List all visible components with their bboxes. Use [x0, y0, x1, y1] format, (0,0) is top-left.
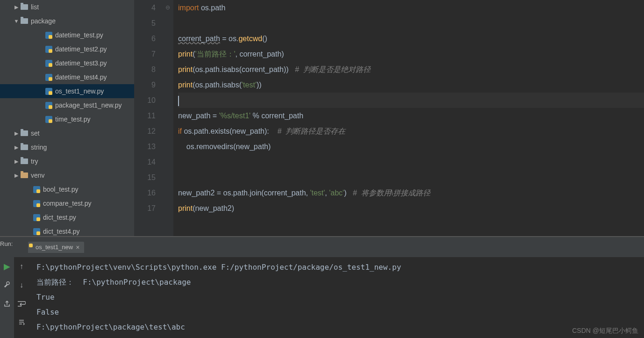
python-file-icon — [32, 228, 41, 235]
tree-item-label: venv — [31, 172, 45, 179]
code-editor[interactable]: 4567891011121314151617 ⊖ import os.path … — [134, 0, 644, 236]
folder-icon — [20, 173, 29, 178]
chevron-icon[interactable]: ▶ — [13, 144, 20, 151]
python-file-icon — [44, 60, 53, 67]
line-number: 12 — [134, 123, 156, 139]
line-number: 7 — [134, 46, 156, 62]
tree-item-label: list — [31, 3, 39, 11]
run-console: ▶ ↑ ↓ F:\pythonProject\venv\Scripts\pyth… — [0, 257, 644, 338]
folder-icon — [20, 130, 29, 136]
rerun-icon[interactable]: ▶ — [2, 262, 12, 271]
tree-folder-string[interactable]: ▶string — [0, 140, 134, 154]
tree-file[interactable]: datetime_test.py — [0, 28, 134, 42]
chevron-icon[interactable]: ▶ — [13, 158, 20, 165]
line-number: 17 — [134, 201, 156, 216]
wrench-icon[interactable] — [2, 280, 12, 290]
folder-icon — [20, 158, 29, 164]
line-number: 16 — [134, 185, 156, 201]
python-file-icon — [32, 186, 41, 193]
run-tab[interactable]: os_test1_new × — [28, 242, 84, 253]
tree-item-label: string — [31, 144, 47, 151]
folder-icon — [20, 144, 29, 150]
line-number: 9 — [134, 77, 156, 93]
tree-item-label: datetime_test3.py — [55, 59, 107, 67]
line-number: 6 — [134, 31, 156, 46]
tree-item-label: time_test.py — [55, 115, 90, 123]
tree-file[interactable]: datetime_test3.py — [0, 56, 134, 70]
line-number: 11 — [134, 108, 156, 123]
close-icon[interactable]: × — [76, 244, 79, 251]
python-file-icon — [44, 102, 53, 109]
line-number: 5 — [134, 15, 156, 31]
run-toolbar-left: ▶ — [0, 257, 14, 338]
tree-item-label: os_test1_new.py — [55, 87, 104, 95]
tree-file[interactable]: datetime_test4.py — [0, 70, 134, 84]
chevron-icon[interactable]: ▼ — [13, 18, 20, 24]
tree-item-label: set — [31, 129, 40, 137]
tree-folder-list[interactable]: ▶list — [0, 0, 134, 14]
line-number: 13 — [134, 139, 156, 154]
tree-file[interactable]: os_test1_new.py — [0, 84, 134, 98]
tree-file[interactable]: time_test.py — [0, 112, 134, 126]
run-tab-label: os_test1_new — [36, 244, 73, 251]
python-file-icon — [44, 88, 53, 95]
tree-item-label: datetime_test2.py — [55, 45, 107, 53]
python-file-icon — [44, 116, 53, 123]
keyword: import — [178, 4, 199, 12]
tree-item-label: datetime_test.py — [55, 31, 103, 39]
identifier: corrent_path — [178, 35, 220, 43]
line-number: 8 — [134, 62, 156, 77]
tree-folder-set[interactable]: ▶set — [0, 126, 134, 140]
tree-item-label: package — [31, 17, 56, 25]
line-number: 4 — [134, 0, 156, 15]
line-number: 14 — [134, 154, 156, 170]
chevron-icon[interactable]: ▶ — [13, 173, 20, 179]
tree-folder-venv[interactable]: ▶venv — [0, 168, 134, 182]
code-area[interactable]: import os.path corrent_path = os.getcwd(… — [173, 0, 644, 236]
tree-item-label: datetime_test4.py — [55, 73, 107, 81]
run-tool-bar: os_test1_new × — [0, 236, 644, 257]
line-number-gutter: 4567891011121314151617 — [134, 0, 162, 236]
arrow-up-icon[interactable]: ↑ — [17, 262, 26, 271]
watermark: CSDN @短尾巴小鳄鱼 — [572, 327, 638, 335]
comment: # 判断是否是绝对路径 — [295, 65, 371, 73]
python-file-icon — [44, 74, 53, 81]
run-toolbar-secondary: ↑ ↓ — [14, 257, 29, 338]
folder-icon — [20, 4, 29, 10]
tree-folder-package[interactable]: ▼package — [0, 14, 134, 28]
scroll-to-end-icon[interactable] — [17, 318, 26, 327]
tree-item-label: bool_test.py — [43, 186, 79, 193]
soft-wrap-icon[interactable] — [17, 299, 26, 309]
tree-item-label: dict_test4.py — [43, 228, 80, 235]
run-panel-label: Run: — [0, 240, 13, 247]
tree-file[interactable]: compare_test.py — [0, 196, 134, 210]
folding-column: ⊖ — [162, 0, 173, 236]
text-caret — [178, 96, 179, 106]
tree-item-label: compare_test.py — [43, 200, 92, 207]
tree-file[interactable]: package_test1_new.py — [0, 98, 134, 112]
folder-icon — [20, 18, 29, 24]
tree-file[interactable]: dict_test4.py — [0, 224, 134, 236]
python-file-icon — [44, 32, 53, 39]
chevron-icon[interactable]: ▶ — [13, 130, 20, 137]
tree-item-label: try — [31, 158, 38, 165]
export-icon[interactable] — [2, 299, 12, 309]
chevron-icon[interactable]: ▶ — [13, 4, 20, 10]
tree-file[interactable]: dict_test.py — [0, 210, 134, 224]
python-file-icon — [44, 46, 53, 53]
tree-file[interactable]: datetime_test2.py — [0, 42, 134, 56]
tree-folder-try[interactable]: ▶try — [0, 154, 134, 168]
line-number: 15 — [134, 170, 156, 185]
tree-item-label: dict_test.py — [43, 214, 76, 221]
console-output[interactable]: F:\pythonProject\venv\Scripts\python.exe… — [29, 257, 644, 338]
arrow-down-icon[interactable]: ↓ — [17, 280, 26, 290]
python-file-icon — [32, 214, 41, 221]
line-number: 10 — [134, 93, 156, 108]
project-tree[interactable]: ▶list▼packagedatetime_test.pydatetime_te… — [0, 0, 134, 236]
python-file-icon — [32, 200, 41, 207]
tree-file[interactable]: bool_test.py — [0, 182, 134, 196]
tree-item-label: package_test1_new.py — [55, 101, 122, 109]
